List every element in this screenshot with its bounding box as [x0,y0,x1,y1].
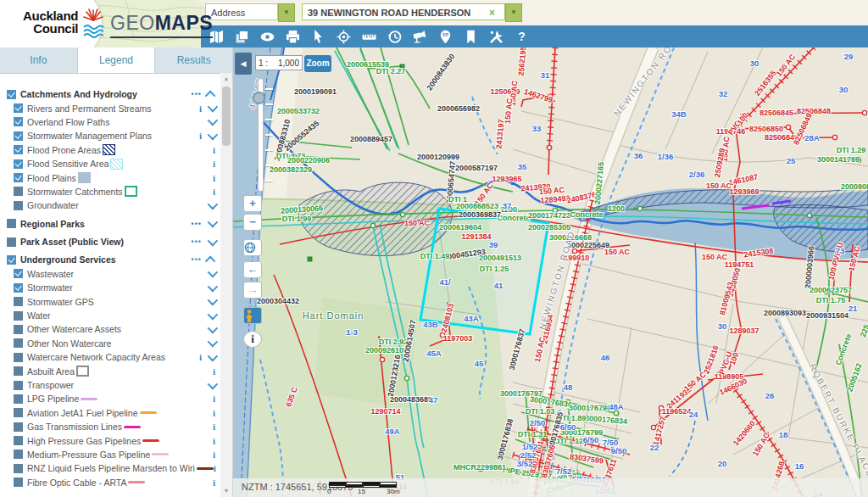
locate-icon[interactable] [337,30,351,44]
history-icon[interactable] [387,30,402,44]
chevron-down-icon[interactable] [208,130,219,141]
layer-info-icon[interactable]: i [213,173,215,183]
layer-checkbox[interactable] [14,131,23,141]
layer-checkbox[interactable] [7,219,16,228]
chevron-down-icon[interactable] [208,217,219,228]
layer-checkbox[interactable] [14,464,23,473]
measure-icon[interactable] [362,30,376,44]
chevron-down-icon[interactable] [208,235,219,246]
scrollbar-thumb[interactable] [222,87,231,146]
layer-checkbox[interactable] [14,366,23,376]
layer-checkbox[interactable] [14,394,23,404]
select-icon[interactable] [311,30,326,44]
chevron-up-icon[interactable] [205,90,216,101]
zoom-in-button[interactable]: + [243,195,262,212]
layer-checkbox[interactable] [14,477,23,487]
layer-checkbox[interactable] [14,187,23,196]
chevron-down-icon[interactable] [208,350,219,361]
layer-checkbox[interactable] [7,90,16,99]
layer-info-icon[interactable]: i [199,131,202,141]
chevron-down-icon[interactable] [208,309,219,320]
scroll-up-icon[interactable]: ▲ [220,73,232,85]
tools-icon[interactable] [489,30,504,44]
search-input[interactable]: 39 NEWINGTON ROAD HENDERSON [302,3,505,20]
layer-options-icon[interactable]: ••• [192,237,202,246]
layer-checkbox[interactable] [14,173,23,182]
clear-search-icon[interactable]: × [489,3,495,22]
print-icon[interactable] [286,30,300,44]
layer-info-icon[interactable]: i [213,159,215,169]
layer-options-icon[interactable]: ••• [192,90,202,98]
layer-info-icon[interactable]: i [214,463,216,473]
layer-checkbox[interactable] [14,436,23,445]
tab-info[interactable]: Info [0,47,77,73]
chevron-down-icon[interactable] [208,267,219,278]
layer-info-icon[interactable]: i [213,450,215,460]
layer-checkbox[interactable] [14,103,23,113]
tab-results[interactable]: Results [155,47,232,73]
bookmark-icon[interactable] [464,30,478,44]
layer-checkbox[interactable] [14,283,23,293]
zoom-button[interactable]: Zoom [304,55,331,72]
layer-options-icon[interactable]: ••• [192,255,202,264]
search-type-select[interactable]: Address [205,3,278,20]
previous-extent-button[interactable]: ← [243,261,262,278]
layer-checkbox[interactable] [14,381,23,390]
street-view-button[interactable] [243,307,262,324]
tab-legend[interactable]: Legend [77,47,156,73]
layer-checkbox[interactable] [14,117,23,126]
layers-icon[interactable] [235,30,249,44]
chevron-down-icon[interactable] [208,295,219,306]
legend-scrollbar[interactable]: ▲ ▼ [220,73,232,497]
layer-checkbox[interactable] [14,353,23,362]
search-type-dropdown-icon[interactable]: ▼ [278,3,295,22]
layer-info-icon[interactable]: i [213,187,215,197]
layer-checkbox[interactable] [14,325,23,334]
layer-checkbox[interactable] [14,338,23,348]
layer-checkbox[interactable] [14,422,23,432]
layer-checkbox[interactable] [14,201,23,210]
identify-info-button[interactable]: i [243,331,262,348]
visibility-icon[interactable] [260,30,275,44]
chevron-down-icon[interactable] [208,281,219,292]
layer-info-icon[interactable]: i [213,477,215,488]
zoom-slider-handle[interactable] [253,92,265,104]
layer-info-icon[interactable]: i [213,422,215,432]
scroll-down-icon[interactable]: ▼ [220,485,232,497]
layer-info-icon[interactable]: i [213,436,215,446]
layer-info-icon[interactable]: i [199,103,202,114]
chevron-down-icon[interactable] [208,323,219,334]
chevron-down-icon[interactable] [208,337,219,348]
layer-checkbox[interactable] [14,159,23,169]
full-extent-button[interactable] [243,239,262,256]
layer-checkbox[interactable] [7,237,16,247]
layer-checkbox[interactable] [7,255,16,265]
collapse-sidebar-button[interactable]: ◀ [235,53,252,75]
layer-info-icon[interactable]: i [213,408,215,418]
chevron-up-icon[interactable] [205,256,216,267]
search-dropdown-icon[interactable]: ▼ [505,3,522,22]
chevron-down-icon[interactable] [208,199,219,210]
scale-input[interactable]: 1 : 1,000 [255,55,303,70]
map-label: 2000623757 [810,286,852,294]
layer-checkbox[interactable] [14,450,23,459]
layer-info-icon[interactable]: i [213,394,215,404]
layer-checkbox[interactable] [14,269,23,278]
chevron-down-icon[interactable] [208,115,219,126]
chevron-down-icon[interactable] [208,102,219,113]
layer-checkbox[interactable] [14,311,23,321]
layer-checkbox[interactable] [14,408,23,417]
layer-info-icon[interactable]: i [213,366,215,377]
map-viewport[interactable]: 2000199091200053373220008833102000552435… [233,47,868,497]
next-extent-button[interactable]: → [243,282,262,299]
layer-info-icon[interactable]: i [199,352,202,362]
layer-checkbox[interactable] [14,145,23,154]
help-icon[interactable]: ? [515,30,529,44]
layer-checkbox[interactable] [14,297,23,306]
dp-marker-icon[interactable]: DP [438,30,453,44]
layer-options-icon[interactable]: ••• [192,220,202,228]
layer-info-icon[interactable]: i [213,145,215,155]
camera-icon[interactable] [413,30,427,44]
chevron-down-icon[interactable] [208,378,219,389]
zoom-out-button[interactable]: − [243,214,262,231]
